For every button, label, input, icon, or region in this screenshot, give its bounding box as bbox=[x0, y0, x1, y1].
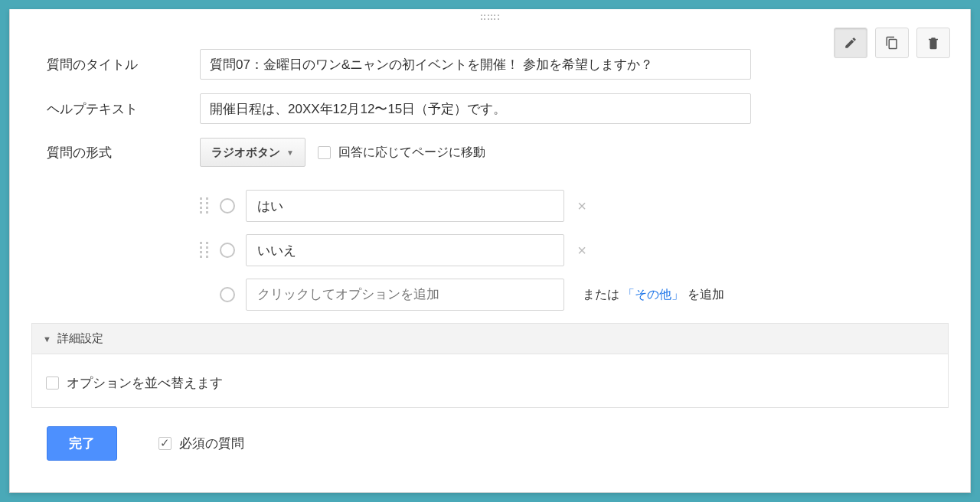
help-text-input[interactable] bbox=[200, 93, 751, 124]
radio-icon bbox=[220, 287, 235, 302]
add-other-link[interactable]: 「その他」 bbox=[622, 288, 684, 301]
option-row: × bbox=[200, 234, 933, 266]
advanced-header-label: 詳細設定 bbox=[57, 331, 103, 346]
required-label: 必須の質問 bbox=[179, 435, 244, 452]
label-question-title: 質問のタイトル bbox=[47, 56, 200, 73]
done-button[interactable]: 完了 bbox=[47, 426, 117, 461]
chevron-down-icon: ▼ bbox=[286, 148, 294, 157]
question-title-input[interactable] bbox=[200, 49, 751, 80]
label-help-text: ヘルプテキスト bbox=[47, 100, 200, 118]
add-other-text: または 「その他」 を追加 bbox=[583, 287, 724, 303]
page-nav-checkbox[interactable] bbox=[318, 146, 331, 159]
question-editor-panel: 質問のタイトル ヘルプテキスト 質問の形式 ラジオボタン ▼ 回答に応じてページ… bbox=[9, 9, 971, 493]
shuffle-checkbox[interactable] bbox=[46, 376, 59, 390]
trash-icon bbox=[926, 36, 940, 50]
label-question-type: 質問の形式 bbox=[47, 144, 200, 161]
pencil-icon bbox=[844, 36, 858, 50]
copy-icon bbox=[885, 36, 899, 50]
add-option-row: または 「その他」 を追加 bbox=[220, 279, 933, 311]
advanced-toggle[interactable]: ▼ 詳細設定 bbox=[43, 331, 937, 346]
question-type-selected: ラジオボタン bbox=[211, 145, 280, 160]
drag-handle-top[interactable] bbox=[10, 9, 970, 26]
remove-option-button[interactable]: × bbox=[575, 242, 589, 259]
grip-dots-icon bbox=[481, 15, 499, 21]
option-input-2[interactable] bbox=[246, 234, 564, 266]
remove-option-button[interactable]: × bbox=[575, 197, 589, 215]
add-option-input[interactable] bbox=[246, 279, 564, 311]
option-input-1[interactable] bbox=[246, 190, 564, 222]
required-checkbox[interactable] bbox=[158, 437, 172, 450]
page-nav-label: 回答に応じてページに移動 bbox=[338, 145, 485, 161]
radio-icon bbox=[220, 198, 235, 214]
chevron-down-icon: ▼ bbox=[43, 334, 51, 344]
edit-button[interactable] bbox=[834, 28, 867, 58]
duplicate-button[interactable] bbox=[875, 28, 909, 58]
radio-icon bbox=[220, 243, 235, 258]
option-row: × bbox=[200, 190, 933, 222]
shuffle-label: オプションを並べ替えます bbox=[67, 374, 223, 392]
options-list: × × または 「その他」 を追加 bbox=[200, 190, 933, 311]
drag-handle-icon[interactable] bbox=[200, 242, 211, 259]
question-type-select[interactable]: ラジオボタン ▼ bbox=[200, 138, 305, 167]
item-toolbar bbox=[834, 28, 950, 58]
delete-button[interactable] bbox=[916, 28, 950, 58]
drag-handle-icon[interactable] bbox=[200, 197, 211, 214]
advanced-section: ▼ 詳細設定 オプションを並べ替えます bbox=[31, 323, 949, 408]
footer-bar: 完了 必須の質問 bbox=[10, 408, 970, 479]
